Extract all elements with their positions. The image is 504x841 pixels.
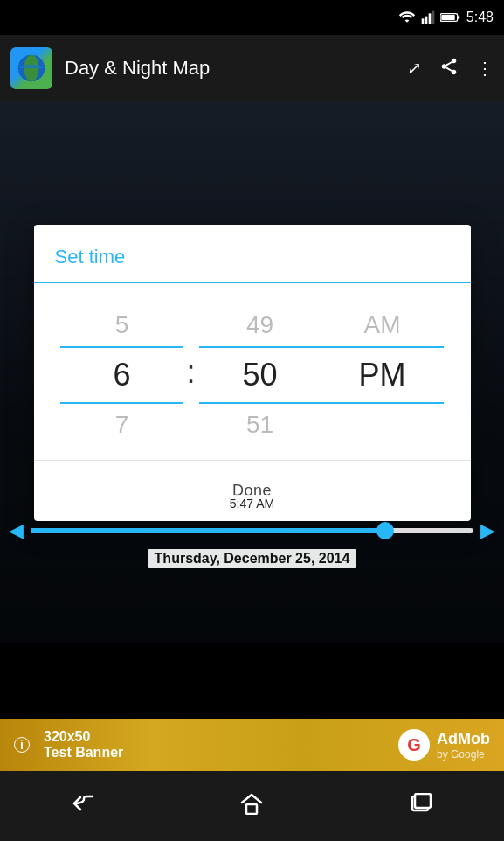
period-selected: PM [359, 357, 406, 393]
recent-apps-button[interactable] [408, 793, 432, 819]
svg-point-10 [442, 64, 447, 69]
set-time-dialog: Set time 5 6 7 : 49 [34, 225, 471, 521]
time-separator: : [183, 354, 198, 391]
bottom-nav [0, 771, 504, 841]
svg-rect-1 [425, 17, 428, 24]
admob-text: AdMob [437, 730, 490, 748]
ad-info-icon: i [14, 737, 30, 753]
home-button[interactable] [239, 792, 264, 820]
ad-banner-text: Test Banner [44, 745, 123, 761]
timeline-bar-row: ◀ ▶ [0, 519, 504, 542]
battery-icon [440, 11, 461, 24]
status-time: 5:48 [466, 10, 494, 25]
period-selected-wrap: PM [321, 346, 444, 404]
app-logo [10, 47, 52, 89]
timeline-right-arrow[interactable]: ▶ [480, 519, 495, 542]
ad-logo-icon: G [398, 729, 430, 761]
timeline-area: 5:47 AM ◀ ▶ Thursday, December 25, 2014 [0, 486, 504, 573]
minute-picker-column[interactable]: 49 50 51 [199, 304, 321, 446]
ad-size-text: 320x50 [44, 729, 123, 745]
more-icon[interactable]: ⋮ [476, 58, 494, 79]
hour-below[interactable]: 7 [115, 404, 129, 446]
signal-icon [421, 10, 435, 24]
timeline-date: Thursday, December 25, 2014 [148, 549, 357, 568]
minute-above[interactable]: 49 [246, 304, 273, 346]
svg-rect-16 [415, 794, 431, 808]
hour-picker-column[interactable]: 5 6 7 [60, 304, 183, 446]
app-title: Day & Night Map [65, 57, 395, 80]
svg-point-11 [452, 69, 457, 74]
svg-rect-2 [429, 13, 432, 24]
ad-banner[interactable]: i 320x50 Test Banner G AdMob by Google [0, 719, 504, 771]
svg-rect-0 [422, 18, 425, 24]
svg-rect-14 [246, 804, 257, 814]
period-above[interactable]: AM [364, 304, 401, 346]
google-text: by Google [437, 748, 490, 761]
timeline-progress [31, 528, 385, 533]
status-bar: 5:48 [0, 0, 504, 35]
toolbar-icons: ⤢ ⋮ [407, 57, 494, 80]
share-icon[interactable] [439, 57, 459, 80]
hour-selected: 6 [113, 357, 130, 393]
timeline-thumb[interactable] [376, 522, 394, 539]
svg-line-13 [446, 61, 452, 65]
timeline-bar[interactable] [31, 528, 473, 533]
map-area: Set time 5 6 7 : 49 [0, 101, 504, 643]
minute-selected-wrap: 50 [199, 346, 321, 404]
timeline-left-arrow[interactable]: ◀ [9, 519, 24, 542]
dialog-header: Set time [34, 225, 471, 282]
timeline-current-time: 5:47 AM [223, 495, 281, 512]
wifi-icon [398, 10, 416, 24]
svg-point-9 [452, 58, 457, 63]
period-picker-column[interactable]: AM PM -- [321, 304, 444, 446]
minute-selected: 50 [242, 357, 277, 393]
app-toolbar: Day & Night Map ⤢ ⋮ [0, 35, 504, 101]
hour-selected-wrap: 6 [60, 346, 183, 404]
minute-below[interactable]: 51 [246, 404, 273, 446]
time-picker: 5 6 7 : 49 50 51 A [34, 283, 471, 460]
svg-rect-3 [432, 11, 435, 24]
ad-text-block: 320x50 Test Banner [44, 729, 123, 761]
svg-rect-5 [458, 16, 460, 18]
svg-rect-6 [441, 15, 454, 20]
ad-logo-area: G AdMob by Google [398, 729, 490, 761]
status-icons: 5:48 [398, 10, 494, 25]
dialog-title: Set time [55, 246, 450, 282]
back-button[interactable] [72, 793, 96, 819]
hour-above[interactable]: 5 [115, 304, 129, 346]
expand-icon[interactable]: ⤢ [407, 58, 422, 79]
svg-line-12 [446, 67, 452, 71]
ad-brand-text: AdMob by Google [437, 730, 490, 761]
